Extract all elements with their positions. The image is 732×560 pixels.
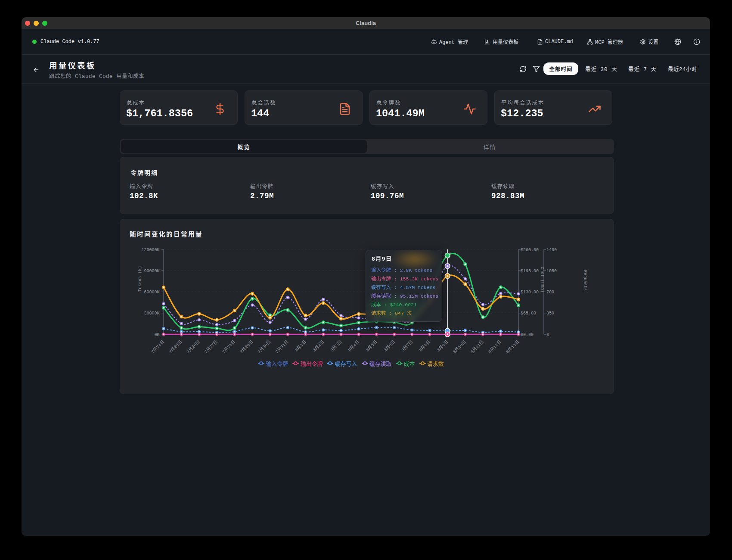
svg-text:60000K: 60000K <box>144 290 159 295</box>
svg-text:350: 350 <box>546 311 554 316</box>
svg-text:1050: 1050 <box>546 269 557 274</box>
svg-text:7月25日: 7月25日 <box>168 339 183 355</box>
svg-text:120000K: 120000K <box>141 248 159 252</box>
svg-text:8月13日: 8月13日 <box>505 339 520 355</box>
svg-text:8月7日: 8月7日 <box>400 339 414 353</box>
svg-text:700: 700 <box>546 290 554 295</box>
svg-text:7月27日: 7月27日 <box>203 339 218 355</box>
svg-text:Requests: Requests <box>583 270 587 291</box>
svg-text:$260.00: $260.00 <box>521 248 539 252</box>
svg-text:7月28日: 7月28日 <box>221 339 236 355</box>
svg-text:8月12日: 8月12日 <box>487 339 502 355</box>
svg-text:Cost (USD): Cost (USD) <box>540 267 544 292</box>
svg-text:8月5日: 8月5日 <box>365 339 378 353</box>
svg-text:7月26日: 7月26日 <box>186 339 201 355</box>
svg-text:$65.00: $65.00 <box>521 311 536 316</box>
svg-text:8月6日: 8月6日 <box>383 339 396 353</box>
svg-text:7月29日: 7月29日 <box>239 339 254 355</box>
svg-text:30000K: 30000K <box>144 311 159 316</box>
svg-text:0K: 0K <box>154 333 159 337</box>
svg-text:1400: 1400 <box>546 248 557 252</box>
svg-text:8月4日: 8月4日 <box>347 339 360 353</box>
svg-text:8月8日: 8月8日 <box>418 339 431 353</box>
svg-text:8月11日: 8月11日 <box>469 339 484 355</box>
svg-text:7月31日: 7月31日 <box>274 339 289 355</box>
svg-text:8月1日: 8月1日 <box>294 339 307 353</box>
svg-text:$195.00: $195.00 <box>521 269 539 274</box>
svg-text:$130.00: $130.00 <box>521 290 539 295</box>
svg-text:8月9日: 8月9日 <box>436 339 449 353</box>
svg-text:$0.00: $0.00 <box>521 333 533 337</box>
svg-text:8月2日: 8月2日 <box>312 339 325 353</box>
svg-text:7月30日: 7月30日 <box>257 339 272 355</box>
svg-text:90000K: 90000K <box>144 269 159 274</box>
svg-text:0: 0 <box>546 333 549 337</box>
svg-text:7月24日: 7月24日 <box>150 339 165 355</box>
svg-text:8月10日: 8月10日 <box>452 339 467 355</box>
svg-text:Tokens (K): Tokens (K) <box>138 266 143 292</box>
svg-text:8月3日: 8月3日 <box>329 339 343 353</box>
